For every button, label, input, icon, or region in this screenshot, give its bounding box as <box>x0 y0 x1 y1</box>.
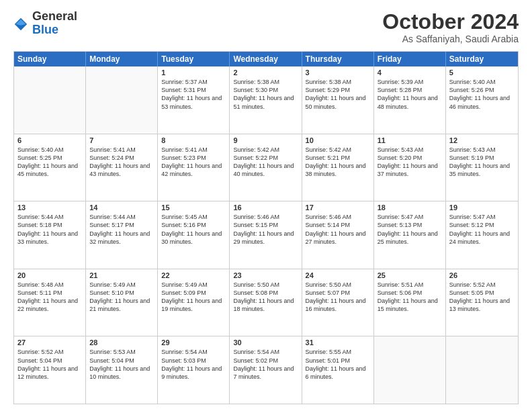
calendar-cell: 4Sunrise: 5:39 AM Sunset: 5:28 PM Daylig… <box>374 66 446 134</box>
calendar-cell: 22Sunrise: 5:49 AM Sunset: 5:09 PM Dayli… <box>158 269 230 336</box>
day-number: 21 <box>89 271 154 279</box>
calendar-cell: 21Sunrise: 5:49 AM Sunset: 5:10 PM Dayli… <box>86 269 158 336</box>
day-number: 30 <box>233 338 298 347</box>
calendar-cell: 2Sunrise: 5:38 AM Sunset: 5:30 PM Daylig… <box>230 66 302 134</box>
calendar-cell: 28Sunrise: 5:53 AM Sunset: 5:04 PM Dayli… <box>86 336 158 404</box>
day-number: 22 <box>161 271 226 279</box>
day-number: 10 <box>306 136 370 144</box>
day-number: 28 <box>89 338 154 347</box>
day-number: 1 <box>161 68 226 77</box>
day-info: Sunrise: 5:42 AM Sunset: 5:21 PM Dayligh… <box>306 146 370 179</box>
day-info: Sunrise: 5:55 AM Sunset: 5:01 PM Dayligh… <box>306 348 370 381</box>
day-info: Sunrise: 5:51 AM Sunset: 5:06 PM Dayligh… <box>378 281 442 314</box>
day-info: Sunrise: 5:44 AM Sunset: 5:17 PM Dayligh… <box>89 213 154 246</box>
calendar-cell <box>446 336 518 404</box>
day-number: 20 <box>17 271 82 279</box>
calendar-row-3: 13Sunrise: 5:44 AM Sunset: 5:18 PM Dayli… <box>14 201 518 269</box>
calendar-cell: 17Sunrise: 5:46 AM Sunset: 5:14 PM Dayli… <box>302 201 374 269</box>
header-cell-tuesday: Tuesday <box>158 52 230 66</box>
day-info: Sunrise: 5:38 AM Sunset: 5:30 PM Dayligh… <box>233 78 298 111</box>
day-number: 11 <box>378 136 442 144</box>
day-number: 7 <box>89 136 154 144</box>
month-title: October 2024 <box>382 10 519 34</box>
day-number: 14 <box>89 203 154 212</box>
day-number: 15 <box>161 203 226 212</box>
day-number: 5 <box>449 68 515 77</box>
calendar-row-4: 20Sunrise: 5:48 AM Sunset: 5:11 PM Dayli… <box>14 269 518 337</box>
calendar-cell: 16Sunrise: 5:46 AM Sunset: 5:15 PM Dayli… <box>230 201 302 269</box>
day-info: Sunrise: 5:52 AM Sunset: 5:04 PM Dayligh… <box>17 348 82 381</box>
day-number: 23 <box>233 271 298 279</box>
title-block: October 2024 As Saffaniyah, Saudi Arabia <box>382 10 519 44</box>
day-info: Sunrise: 5:46 AM Sunset: 5:15 PM Dayligh… <box>233 213 298 246</box>
calendar-cell: 14Sunrise: 5:44 AM Sunset: 5:17 PM Dayli… <box>86 201 158 269</box>
calendar-row-5: 27Sunrise: 5:52 AM Sunset: 5:04 PM Dayli… <box>14 336 518 404</box>
header: General Blue October 2024 As Saffaniyah,… <box>13 10 519 44</box>
day-info: Sunrise: 5:44 AM Sunset: 5:18 PM Dayligh… <box>17 213 82 246</box>
day-info: Sunrise: 5:47 AM Sunset: 5:13 PM Dayligh… <box>378 213 442 246</box>
calendar-header: SundayMondayTuesdayWednesdayThursdayFrid… <box>14 52 518 66</box>
calendar-cell: 19Sunrise: 5:47 AM Sunset: 5:12 PM Dayli… <box>446 201 518 269</box>
calendar-cell: 23Sunrise: 5:50 AM Sunset: 5:08 PM Dayli… <box>230 269 302 336</box>
day-info: Sunrise: 5:49 AM Sunset: 5:09 PM Dayligh… <box>161 281 226 314</box>
day-info: Sunrise: 5:39 AM Sunset: 5:28 PM Dayligh… <box>378 78 442 111</box>
day-number: 27 <box>17 338 82 347</box>
calendar-cell: 12Sunrise: 5:43 AM Sunset: 5:19 PM Dayli… <box>446 134 518 201</box>
calendar-row-1: 1Sunrise: 5:37 AM Sunset: 5:31 PM Daylig… <box>14 66 518 134</box>
day-number: 17 <box>306 203 370 212</box>
day-number: 13 <box>17 203 82 212</box>
day-number: 25 <box>378 271 442 279</box>
day-info: Sunrise: 5:54 AM Sunset: 5:02 PM Dayligh… <box>233 348 298 381</box>
logo-icon <box>13 17 28 32</box>
day-info: Sunrise: 5:38 AM Sunset: 5:29 PM Dayligh… <box>306 78 370 111</box>
header-cell-thursday: Thursday <box>302 52 374 66</box>
day-info: Sunrise: 5:46 AM Sunset: 5:14 PM Dayligh… <box>306 213 370 246</box>
calendar-cell: 20Sunrise: 5:48 AM Sunset: 5:11 PM Dayli… <box>14 269 86 336</box>
day-info: Sunrise: 5:45 AM Sunset: 5:16 PM Dayligh… <box>161 213 226 246</box>
day-info: Sunrise: 5:43 AM Sunset: 5:20 PM Dayligh… <box>378 146 442 179</box>
day-info: Sunrise: 5:37 AM Sunset: 5:31 PM Dayligh… <box>161 78 226 111</box>
day-info: Sunrise: 5:54 AM Sunset: 5:03 PM Dayligh… <box>161 348 226 381</box>
calendar: SundayMondayTuesdayWednesdayThursdayFrid… <box>13 51 519 404</box>
day-number: 24 <box>306 271 370 279</box>
calendar-body: 1Sunrise: 5:37 AM Sunset: 5:31 PM Daylig… <box>14 66 518 404</box>
day-number: 12 <box>449 136 515 144</box>
day-info: Sunrise: 5:40 AM Sunset: 5:25 PM Dayligh… <box>17 146 82 179</box>
day-number: 31 <box>306 338 370 347</box>
calendar-cell: 26Sunrise: 5:52 AM Sunset: 5:05 PM Dayli… <box>446 269 518 336</box>
calendar-cell: 7Sunrise: 5:41 AM Sunset: 5:24 PM Daylig… <box>86 134 158 201</box>
day-info: Sunrise: 5:52 AM Sunset: 5:05 PM Dayligh… <box>449 281 515 314</box>
calendar-cell: 27Sunrise: 5:52 AM Sunset: 5:04 PM Dayli… <box>14 336 86 404</box>
day-number: 8 <box>161 136 226 144</box>
calendar-row-2: 6Sunrise: 5:40 AM Sunset: 5:25 PM Daylig… <box>14 134 518 202</box>
header-cell-wednesday: Wednesday <box>230 52 302 66</box>
location-title: As Saffaniyah, Saudi Arabia <box>382 34 519 44</box>
calendar-cell: 9Sunrise: 5:42 AM Sunset: 5:22 PM Daylig… <box>230 134 302 201</box>
header-cell-monday: Monday <box>86 52 158 66</box>
day-number: 18 <box>378 203 442 212</box>
logo: General Blue <box>13 10 77 37</box>
header-cell-saturday: Saturday <box>446 52 518 66</box>
calendar-cell: 11Sunrise: 5:43 AM Sunset: 5:20 PM Dayli… <box>374 134 446 201</box>
calendar-cell: 8Sunrise: 5:41 AM Sunset: 5:23 PM Daylig… <box>158 134 230 201</box>
day-number: 19 <box>449 203 515 212</box>
calendar-cell: 15Sunrise: 5:45 AM Sunset: 5:16 PM Dayli… <box>158 201 230 269</box>
calendar-cell: 24Sunrise: 5:50 AM Sunset: 5:07 PM Dayli… <box>302 269 374 336</box>
day-info: Sunrise: 5:49 AM Sunset: 5:10 PM Dayligh… <box>89 281 154 314</box>
day-number: 2 <box>233 68 298 77</box>
calendar-cell: 5Sunrise: 5:40 AM Sunset: 5:26 PM Daylig… <box>446 66 518 134</box>
day-info: Sunrise: 5:50 AM Sunset: 5:08 PM Dayligh… <box>233 281 298 314</box>
day-info: Sunrise: 5:43 AM Sunset: 5:19 PM Dayligh… <box>449 146 515 179</box>
calendar-cell: 25Sunrise: 5:51 AM Sunset: 5:06 PM Dayli… <box>374 269 446 336</box>
day-info: Sunrise: 5:47 AM Sunset: 5:12 PM Dayligh… <box>449 213 515 246</box>
day-number: 29 <box>161 338 226 347</box>
day-number: 16 <box>233 203 298 212</box>
logo-general: General <box>32 10 77 24</box>
calendar-cell <box>14 66 86 134</box>
header-cell-sunday: Sunday <box>14 52 86 66</box>
calendar-cell: 18Sunrise: 5:47 AM Sunset: 5:13 PM Dayli… <box>374 201 446 269</box>
calendar-cell: 3Sunrise: 5:38 AM Sunset: 5:29 PM Daylig… <box>302 66 374 134</box>
day-info: Sunrise: 5:41 AM Sunset: 5:23 PM Dayligh… <box>161 146 226 179</box>
day-info: Sunrise: 5:41 AM Sunset: 5:24 PM Dayligh… <box>89 146 154 179</box>
day-number: 9 <box>233 136 298 144</box>
